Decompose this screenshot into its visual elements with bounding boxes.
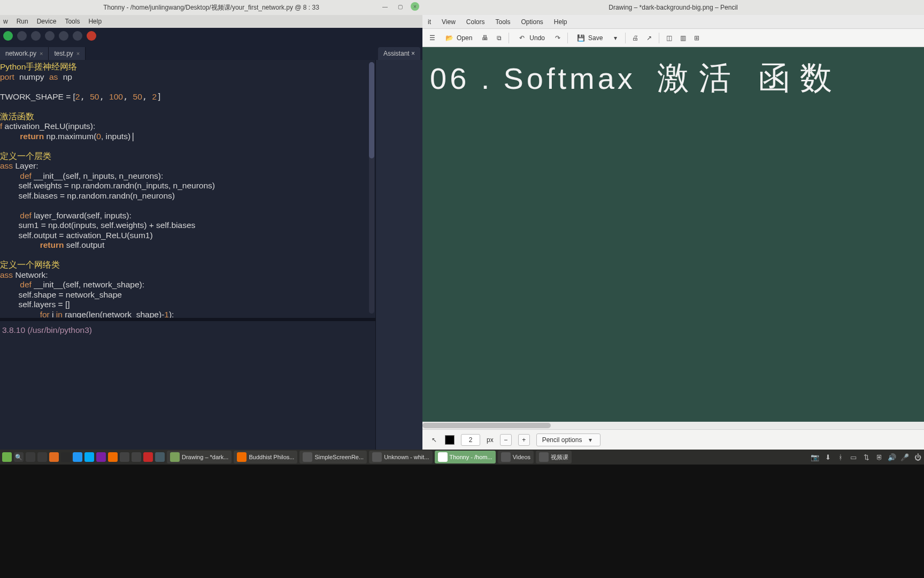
increase-button[interactable]: + xyxy=(518,434,530,446)
terminal-icon[interactable] xyxy=(26,452,35,462)
camera-icon[interactable] xyxy=(120,452,129,462)
stop-button[interactable] xyxy=(87,31,96,41)
start-menu-icon[interactable] xyxy=(2,452,12,462)
code-editor[interactable]: Python手搓神经网络 port numpy as np TWORK_SHAP… xyxy=(0,60,375,450)
scrollbar-thumb[interactable] xyxy=(369,62,374,158)
updates-tray-icon[interactable]: ⬇ xyxy=(823,453,832,461)
taskbar-item-buddhist[interactable]: Buddhist Philos... xyxy=(234,451,297,463)
scrollbar-thumb[interactable] xyxy=(422,423,551,428)
mic-tray-icon[interactable]: 🎤 xyxy=(900,453,909,461)
printer-icon[interactable]: 🖨 xyxy=(631,34,640,42)
handwriting-number: 06 . xyxy=(430,62,492,95)
copy-icon[interactable]: ⧉ xyxy=(495,34,503,42)
step-out-button[interactable] xyxy=(59,31,68,41)
files-icon[interactable] xyxy=(37,452,47,462)
redo-icon[interactable]: ↷ xyxy=(553,34,562,42)
desktop-filler xyxy=(0,465,924,578)
menu-run[interactable]: Run xyxy=(17,18,28,25)
menu-tools[interactable]: Tools xyxy=(65,18,80,25)
separator xyxy=(625,33,626,43)
code-id: TWORK_SHAPE = [ xyxy=(0,92,75,101)
app6-icon[interactable] xyxy=(155,452,165,462)
menu-help[interactable]: Help xyxy=(88,18,102,25)
close-icon[interactable]: × xyxy=(411,2,419,11)
layout-1-icon[interactable]: ◫ xyxy=(665,34,673,42)
app3-icon[interactable] xyxy=(108,452,118,462)
run-button[interactable] xyxy=(3,31,13,41)
taskbar-item-screenrec[interactable]: SimpleScreenRe... xyxy=(299,451,367,463)
step-into-button[interactable] xyxy=(45,31,55,41)
menu-options[interactable]: Options xyxy=(521,18,543,26)
taskbar-item-videos-cn[interactable]: 视频课 xyxy=(536,451,572,463)
menu-edit[interactable]: it xyxy=(428,18,431,26)
brush-size-input[interactable]: 2 xyxy=(461,434,480,446)
code-line: self.shape = network_shape xyxy=(0,290,122,299)
code-num: 50 xyxy=(133,92,142,101)
undo-button[interactable]: ↶ Undo xyxy=(514,32,548,44)
bluetooth-tray-icon[interactable]: ᚼ xyxy=(836,453,845,461)
assistant-close-icon[interactable]: × xyxy=(411,50,415,57)
recorder-icon xyxy=(303,452,312,462)
debug-button[interactable] xyxy=(17,31,27,41)
volume-tray-icon[interactable]: 🔊 xyxy=(888,453,896,461)
search-icon[interactable]: 🔍 xyxy=(14,452,24,462)
app5-icon[interactable] xyxy=(143,452,153,462)
shell-panel[interactable]: 3.8.10 (/usr/bin/python3) xyxy=(0,318,375,440)
minimize-icon[interactable]: — xyxy=(381,2,389,11)
drawing-canvas[interactable]: 06 . Softmax 激活 函数 xyxy=(422,47,924,422)
hamburger-icon[interactable]: ☰ xyxy=(428,34,436,42)
save-button[interactable]: 💾 Save xyxy=(573,32,606,44)
layout-2-icon[interactable]: ▥ xyxy=(679,34,687,42)
shield-tray-icon[interactable]: ⛨ xyxy=(875,453,883,461)
taskbar-item-videos[interactable]: Videos xyxy=(498,451,534,463)
pencil-titlebar[interactable]: Drawing – *dark-background-big.png – Pen… xyxy=(422,0,924,15)
pencil-window: Drawing – *dark-background-big.png – Pen… xyxy=(422,0,924,450)
print-icon[interactable]: 🖶 xyxy=(481,34,489,42)
menu-view[interactable]: View xyxy=(442,18,456,26)
tab-close-icon[interactable]: × xyxy=(40,50,43,57)
new-layer-icon[interactable]: ⊞ xyxy=(692,34,701,42)
menu-view[interactable]: w xyxy=(3,18,8,25)
editor-scrollbar[interactable] xyxy=(369,62,374,314)
power-tray-icon[interactable]: ⏻ xyxy=(913,453,922,461)
kw-for: for xyxy=(40,310,50,318)
separator xyxy=(659,33,659,43)
app1-icon[interactable] xyxy=(73,452,82,462)
app4-icon[interactable] xyxy=(132,452,141,462)
menu-tools[interactable]: Tools xyxy=(495,18,510,26)
taskbar-item-thonny[interactable]: Thonny - /hom... xyxy=(435,451,496,463)
menu-device[interactable]: Device xyxy=(37,18,57,25)
assistant-panel-tab[interactable]: Assistant × xyxy=(378,47,420,60)
tab-close-icon[interactable]: × xyxy=(76,50,80,57)
pointer-icon[interactable]: ↖ xyxy=(430,436,438,444)
display-tray-icon[interactable]: ▭ xyxy=(849,453,858,461)
chevron-down-icon[interactable]: ▾ xyxy=(611,34,620,42)
network-tray-icon[interactable]: ⇅ xyxy=(862,453,871,461)
thonny-titlebar[interactable]: Thonny - /home/junlingwang/Desktop/视频课/y… xyxy=(0,0,422,15)
taskbar-item-drawing[interactable]: Drawing – *dark... xyxy=(167,451,232,463)
pencil-options-label: Pencil options xyxy=(542,436,582,444)
code-id: numpy xyxy=(19,72,44,81)
canvas-hscrollbar[interactable] xyxy=(422,422,924,429)
open-button[interactable]: 📂 Open xyxy=(442,32,475,44)
share-icon[interactable]: ↗ xyxy=(645,34,653,42)
doc-icon xyxy=(237,452,247,462)
menu-colors[interactable]: Colors xyxy=(466,18,485,26)
media-icon[interactable] xyxy=(96,452,106,462)
camera-tray-icon[interactable]: 📷 xyxy=(811,453,819,461)
app2-icon[interactable] xyxy=(84,452,94,462)
color-swatch[interactable] xyxy=(445,435,455,445)
brush-size-unit: px xyxy=(487,436,494,444)
resume-button[interactable] xyxy=(73,31,82,41)
step-over-button[interactable] xyxy=(31,31,41,41)
firefox-icon[interactable] xyxy=(49,452,59,462)
code-content[interactable]: Python手搓神经网络 port numpy as np TWORK_SHAP… xyxy=(0,60,375,318)
console-icon[interactable] xyxy=(61,452,71,462)
taskbar-item-unknown[interactable]: Unknown - whit... xyxy=(369,451,432,463)
decrease-button[interactable]: − xyxy=(500,434,512,446)
tab-test[interactable]: test.py × xyxy=(49,47,86,60)
pencil-options-dropdown[interactable]: Pencil options ▾ xyxy=(536,434,601,446)
tab-network[interactable]: network.py × xyxy=(0,47,49,60)
maximize-icon[interactable]: ▢ xyxy=(396,2,404,11)
menu-help[interactable]: Help xyxy=(554,18,567,26)
